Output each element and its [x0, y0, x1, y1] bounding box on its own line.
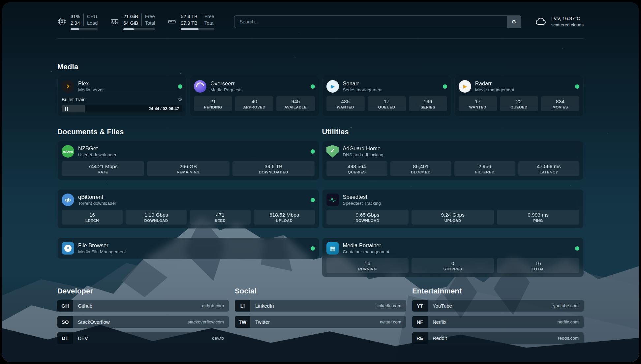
search-engine-button[interactable]: G: [507, 16, 521, 28]
cpu-usage-percent: 31%: [71, 13, 80, 20]
bookmark-netflix[interactable]: NF Netflix netflix.com: [412, 316, 584, 328]
search-input[interactable]: [234, 16, 507, 28]
service-name: Sonarr: [343, 80, 383, 87]
qbittorrent-header: qb qBittorrent Torrent downloader: [62, 193, 315, 206]
section-social: Social LI LinkedIn linkedin.com TW Twitt…: [235, 287, 406, 349]
memory-labels: Free Total: [145, 13, 155, 26]
service-card-radarr[interactable]: Radarr Movie management 17 WANTED 22 QUE…: [454, 76, 584, 116]
stat-value: 1.19 Gbps: [127, 212, 185, 218]
section-entertainment: Entertainment YT YouTube youtube.com NF …: [412, 287, 584, 349]
overseerr-title-block: Overseerr Media Requests: [210, 80, 243, 93]
section-documents: Documents & Files nzbget NZBGet Usenet d…: [57, 128, 319, 259]
stat-value: 22: [501, 99, 537, 105]
netflix-icon: NF: [412, 316, 428, 328]
weather-text: Lviv, 16.87°C scattered clouds: [551, 15, 584, 28]
memory-free: 21 GiB: [123, 13, 138, 20]
search-bar: G: [234, 15, 521, 28]
now-playing-title: Bullet Train: [62, 97, 86, 102]
service-card-plex[interactable]: Plex Media server Bullet Train ⚙ 24:44 /…: [57, 76, 187, 116]
status-dot: [311, 84, 315, 89]
stat-label: RUNNING: [328, 267, 408, 271]
section-title-entertainment: Entertainment: [412, 287, 584, 295]
adguard-header: AdGuard Home DNS and adblocking: [326, 145, 580, 158]
stat-value: 618.52 Mbps: [255, 212, 313, 218]
service-subtitle: Movie management: [475, 87, 514, 93]
bookmark-linkedin[interactable]: LI LinkedIn linkedin.com: [235, 300, 406, 312]
cpu-readout: 31% 2.94 CPU Load: [71, 13, 98, 30]
bookmark-columns: Developer GH Github github.com SO StackO…: [57, 287, 584, 349]
filebrowser-glyph: [64, 245, 72, 252]
stat-blocked: 86,401 BLOCKED: [390, 161, 451, 176]
stat-label: DOWNLOADED: [234, 170, 314, 174]
stat-latency: 47.569 ms LATENCY: [518, 161, 579, 176]
qbittorrent-title-block: qBittorrent Torrent downloader: [78, 194, 116, 206]
status-dot: [311, 246, 315, 251]
stat-pending: 21 PENDING: [194, 96, 232, 111]
service-card-speedtest[interactable]: Speedtest Speedtest Tracking 9.65 Gbps D…: [322, 189, 584, 228]
service-card-adguard[interactable]: AdGuard Home DNS and adblocking 498,564 …: [322, 141, 584, 180]
service-card-portainer[interactable]: Media Portainer Container management 16 …: [322, 238, 584, 277]
service-name: NZBGet: [78, 145, 116, 152]
stat-value: 47.569 ms: [520, 164, 578, 169]
memory-widget: 21 GiB 64 GiB Free Total: [110, 13, 155, 30]
adguard-title-block: AdGuard Home DNS and adblocking: [343, 145, 383, 158]
service-card-filebrowser[interactable]: File Browser Media File Management: [57, 238, 319, 259]
service-card-sonarr[interactable]: Sonarr Series management 485 WANTED 17 Q…: [322, 76, 451, 116]
stat-total: 16 TOTAL: [497, 258, 579, 273]
stat-value: 86,401: [392, 164, 450, 169]
bookmark-twitter[interactable]: TW Twitter twitter.com: [235, 316, 406, 328]
overseerr-icon: [194, 80, 206, 93]
cpu-progress-fill: [71, 28, 79, 30]
playback-progress-bar[interactable]: 24:44 / 02:06:47: [62, 105, 182, 112]
stat-label: BLOCKED: [392, 170, 450, 174]
nzbget-stats: 744.21 Mbps RATE 266 GB REMAINING 39.6 T…: [62, 161, 315, 176]
stat-value: 16: [63, 212, 121, 218]
service-name: AdGuard Home: [343, 145, 383, 152]
youtube-icon: YT: [412, 300, 428, 312]
status-dot: [178, 84, 182, 89]
linkedin-icon: LI: [235, 300, 250, 312]
bookmark-github[interactable]: GH Github github.com: [57, 300, 229, 312]
total-label: Total: [204, 20, 215, 26]
pause-icon[interactable]: [65, 107, 68, 111]
stat-upload: 9.24 Gbps UPLOAD: [412, 210, 494, 225]
bookmark-reddit[interactable]: RE Reddit reddit.com: [412, 332, 584, 344]
stat-value: 196: [410, 99, 446, 105]
status-dot: [443, 84, 447, 89]
stat-label: AVAILABLE: [278, 105, 313, 109]
weather-condition: scattered clouds: [551, 22, 584, 28]
service-card-nzbget[interactable]: nzbget NZBGet Usenet downloader 744.21 M…: [57, 141, 319, 180]
plex-header: Plex Media server: [62, 80, 182, 93]
portainer-header: Media Portainer Container management: [326, 242, 580, 255]
radarr-icon: [459, 80, 471, 93]
bookmark-dev[interactable]: DT DEV dev.to: [57, 332, 229, 344]
service-subtitle: Container management: [343, 249, 389, 255]
stat-value: 21: [195, 99, 231, 105]
stat-label: DOWNLOAD: [328, 219, 408, 223]
bookmark-name: LinkedIn: [250, 300, 274, 312]
portainer-title-block: Media Portainer Container management: [343, 242, 389, 255]
service-subtitle: Speedtest Tracking: [343, 200, 381, 206]
stat-value: 744.21 Mbps: [63, 164, 143, 169]
stat-queued: 22 QUEUED: [500, 96, 538, 111]
cloud-icon: [535, 15, 547, 28]
bookmark-url: twitter.com: [380, 316, 406, 328]
stat-label: WANTED: [328, 105, 363, 109]
bookmark-stackoverflow[interactable]: SO StackOverflow stackoverflow.com: [57, 316, 229, 328]
sonarr-title-block: Sonarr Series management: [343, 80, 383, 93]
disk-readout: 52.4 TB 97.9 TB Free Total: [181, 13, 214, 30]
bookmark-name: Github: [73, 300, 92, 312]
service-card-qbittorrent[interactable]: qb qBittorrent Torrent downloader 16 LEE…: [57, 189, 319, 228]
speedtest-header: Speedtest Speedtest Tracking: [326, 193, 580, 206]
bookmark-youtube[interactable]: YT YouTube youtube.com: [412, 300, 584, 312]
stat-value: 266 GB: [148, 164, 228, 169]
service-card-overseerr[interactable]: Overseerr Media Requests 21 PENDING 40 A…: [190, 76, 319, 116]
metric-divider: [141, 14, 142, 26]
service-name: qBittorrent: [78, 194, 116, 200]
stackoverflow-icon: SO: [57, 316, 73, 328]
weather-widget[interactable]: Lviv, 16.87°C scattered clouds: [535, 15, 584, 28]
disk-labels: Free Total: [204, 13, 215, 26]
memory-readout: 21 GiB 64 GiB Free Total: [123, 13, 155, 30]
settings-gear-icon[interactable]: ⚙: [178, 96, 182, 103]
cpu-values: 31% 2.94: [71, 13, 80, 26]
